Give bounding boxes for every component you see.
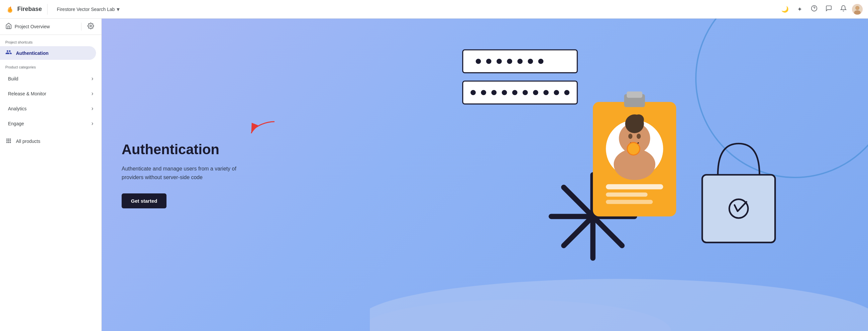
hero-description: Authenticate and manage users from a var… — [122, 164, 254, 181]
svg-point-24 — [543, 90, 549, 95]
dark-mode-button[interactable]: 🌙 — [779, 3, 791, 15]
home-icon — [5, 23, 12, 31]
svg-point-22 — [523, 90, 528, 95]
analytics-label: Analytics — [8, 106, 27, 111]
build-label: Build — [8, 76, 18, 82]
svg-point-6 — [90, 25, 92, 27]
project-overview-label: Project Overview — [14, 24, 50, 29]
sidebar-category-analytics[interactable]: Analytics › — [3, 102, 99, 115]
svg-point-13 — [518, 59, 523, 64]
project-name: Firestore Vector Search Lab — [57, 7, 115, 12]
avatar-image — [852, 4, 863, 14]
product-categories-label: Product categories — [0, 60, 101, 71]
hero-illustration — [370, 19, 868, 331]
user-avatar[interactable] — [852, 4, 863, 14]
sparkle-icon: ✦ — [797, 6, 802, 13]
svg-point-41 — [628, 133, 633, 139]
app-body: Project Overview Project shortcuts A — [0, 19, 868, 331]
sidebar-item-authentication[interactable]: Authentication — [0, 46, 96, 60]
svg-point-15 — [538, 59, 544, 64]
sidebar-category-engage[interactable]: Engage › — [3, 117, 99, 130]
svg-point-21 — [512, 90, 518, 95]
dark-mode-icon: 🌙 — [781, 6, 788, 13]
svg-rect-44 — [606, 184, 663, 189]
svg-point-19 — [492, 90, 497, 95]
get-started-button[interactable]: Get started — [122, 193, 166, 208]
build-chevron-icon: › — [91, 75, 93, 82]
bell-icon — [840, 5, 847, 13]
all-products-link[interactable]: All products — [0, 133, 101, 149]
svg-point-14 — [528, 59, 533, 64]
release-monitor-label: Release & Monitor — [8, 91, 46, 96]
svg-rect-35 — [627, 91, 642, 98]
svg-point-5 — [856, 6, 859, 10]
app-name: Firebase — [17, 6, 42, 12]
release-monitor-chevron-icon: › — [91, 90, 93, 97]
notifications-button[interactable] — [837, 3, 849, 15]
svg-point-43 — [627, 143, 640, 155]
svg-point-40 — [633, 114, 644, 125]
project-overview-bar: Project Overview — [0, 19, 101, 35]
svg-point-9 — [476, 59, 481, 64]
authentication-label: Authentication — [16, 51, 49, 56]
sidebar: Project Overview Project shortcuts A — [0, 19, 102, 331]
arrow-decoration — [248, 118, 281, 140]
gear-icon — [87, 23, 94, 31]
chat-icon — [826, 5, 832, 13]
main-content: Authentication Authenticate and manage u… — [102, 19, 868, 331]
nav-right: 🌙 ✦ — [779, 3, 863, 15]
svg-point-11 — [496, 59, 502, 64]
engage-chevron-icon: › — [91, 120, 93, 127]
auth-illustration-svg — [370, 19, 868, 331]
svg-rect-45 — [606, 192, 647, 197]
svg-rect-27 — [702, 175, 775, 243]
project-shortcuts-label: Project shortcuts — [0, 35, 101, 46]
engage-label: Engage — [8, 121, 24, 126]
svg-point-18 — [481, 90, 486, 95]
help-button[interactable] — [808, 3, 820, 15]
svg-point-42 — [637, 133, 641, 139]
sidebar-category-build[interactable]: Build › — [3, 72, 99, 85]
sparkle-button[interactable]: ✦ — [794, 3, 806, 15]
svg-point-17 — [470, 90, 476, 95]
sidebar-category-release-monitor[interactable]: Release & Monitor › — [3, 87, 99, 100]
grid-icon — [5, 137, 12, 145]
svg-rect-16 — [463, 81, 578, 104]
svg-point-23 — [533, 90, 538, 95]
hero-title: Authentication — [122, 141, 254, 158]
firebase-logo[interactable]: Firebase — [5, 5, 42, 14]
nav-left: Firebase Firestore Vector Search Lab ▾ — [5, 4, 124, 15]
nav-divider — [47, 4, 48, 14]
all-products-label: All products — [16, 139, 40, 144]
help-icon — [811, 5, 817, 13]
firebase-flame-icon — [5, 5, 14, 14]
top-nav: Firebase Firestore Vector Search Lab ▾ 🌙… — [0, 0, 868, 19]
chat-button[interactable] — [823, 3, 835, 15]
svg-point-12 — [507, 59, 513, 64]
svg-point-25 — [554, 90, 559, 95]
sidebar-divider — [81, 23, 82, 31]
chevron-down-icon: ▾ — [117, 6, 120, 13]
svg-rect-46 — [606, 200, 653, 204]
svg-point-20 — [502, 90, 507, 95]
svg-point-26 — [564, 90, 569, 95]
hero-section: Authentication Authenticate and manage u… — [102, 19, 868, 331]
analytics-chevron-icon: › — [91, 105, 93, 112]
settings-button[interactable] — [85, 21, 96, 32]
svg-point-10 — [486, 59, 492, 64]
project-overview-link[interactable]: Project Overview — [5, 23, 77, 31]
project-selector[interactable]: Firestore Vector Search Lab ▾ — [53, 4, 124, 15]
people-icon — [5, 49, 12, 57]
